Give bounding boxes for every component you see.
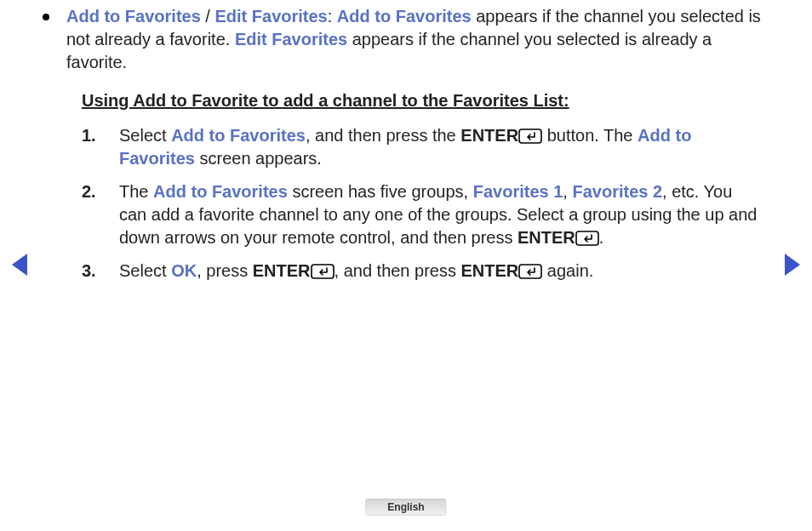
- svg-rect-1: [576, 231, 598, 245]
- page-content: Add to Favorites / Edit Favorites: Add t…: [43, 5, 761, 293]
- hl-text: Add to Favorites: [153, 182, 288, 201]
- hl-text: Edit Favorites: [235, 30, 347, 49]
- bullet-icon: [43, 14, 49, 20]
- hl-text: Favorites 1: [473, 182, 563, 201]
- step-text: Select OK, press ENTER, and then press E…: [119, 260, 593, 283]
- svg-rect-3: [519, 265, 541, 278]
- hl-text: Add to Favorites: [337, 7, 472, 26]
- step-number: 1.: [82, 124, 100, 170]
- intro-text: Add to Favorites / Edit Favorites: Add t…: [63, 5, 761, 74]
- enter-icon: [518, 128, 542, 144]
- enter-icon: [575, 231, 599, 246]
- enter-icon: [311, 264, 335, 279]
- text: The: [119, 182, 153, 201]
- svg-rect-2: [312, 265, 334, 278]
- enter-label: ENTER: [460, 126, 518, 145]
- intro-bullet: Add to Favorites / Edit Favorites: Add t…: [43, 5, 761, 74]
- hl-text: Edit Favorites: [214, 7, 327, 26]
- step-text: Select Add to Favorites, and then press …: [119, 124, 761, 170]
- text: :: [328, 7, 337, 26]
- nav-next-arrow[interactable]: [785, 254, 800, 276]
- step-number: 2.: [82, 180, 100, 249]
- language-badge: English: [365, 499, 446, 516]
- text: , press: [197, 261, 253, 280]
- text: screen has five groups,: [288, 182, 473, 201]
- section-title: Using Add to Favorite to add a channel t…: [82, 89, 761, 112]
- step-text: The Add to Favorites screen has five gro…: [119, 180, 761, 249]
- text: screen appears.: [195, 149, 322, 168]
- text: /: [201, 7, 215, 26]
- text: Select: [119, 126, 171, 145]
- hl-text: Add to Favorites: [171, 126, 306, 145]
- hl-text: Favorites 2: [572, 182, 662, 201]
- enter-label: ENTER: [253, 261, 311, 280]
- steps-list: 1. Select Add to Favorites, and then pre…: [82, 124, 761, 283]
- text: button. The: [542, 126, 638, 145]
- text: again.: [542, 261, 593, 280]
- svg-rect-0: [519, 129, 541, 143]
- hl-text: OK: [171, 261, 197, 280]
- text: , and then press the: [306, 126, 460, 145]
- step-item: 2. The Add to Favorites screen has five …: [82, 180, 761, 249]
- text: ,: [563, 182, 572, 201]
- enter-label: ENTER: [518, 228, 575, 247]
- step-number: 3.: [82, 260, 100, 283]
- enter-icon: [518, 264, 542, 279]
- step-item: 1. Select Add to Favorites, and then pre…: [82, 124, 761, 170]
- nav-prev-arrow[interactable]: [12, 254, 27, 276]
- enter-label: ENTER: [461, 261, 519, 280]
- text: .: [599, 228, 604, 247]
- text: Select: [119, 261, 171, 280]
- text: , and then press: [335, 261, 461, 280]
- step-item: 3. Select OK, press ENTER, and then pres…: [82, 260, 761, 283]
- hl-text: Add to Favorites: [66, 7, 201, 26]
